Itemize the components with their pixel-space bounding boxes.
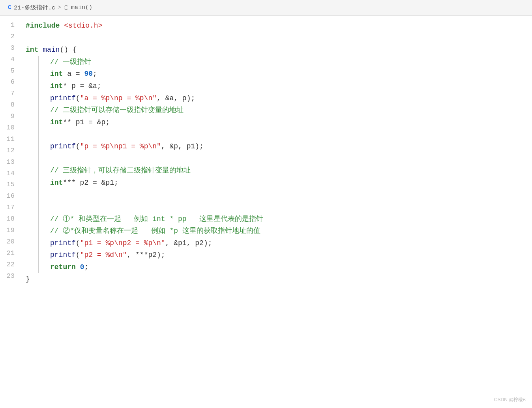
line-number: 21: [4, 248, 18, 259]
code-line: // ①* 和类型在一起 例如 int * pp 这里星代表的是指针: [38, 213, 528, 225]
str-token: "p2 = %d\n": [80, 249, 127, 261]
line-number: 6: [4, 77, 18, 88]
code-line: int** p1 = &p;: [38, 116, 528, 129]
code-line: // ②*仅和变量名称在一起 例如 *p 这里的获取指针地址的值: [38, 225, 528, 237]
line-number: 4: [4, 54, 18, 66]
code-line: printf("p2 = %d\n", ***p2);: [38, 249, 528, 261]
line-number: 20: [4, 236, 18, 248]
cmt-token: // 二级指针可以存储一级指针变量的地址: [50, 104, 184, 116]
plain-token: [38, 44, 43, 56]
code-line: [38, 201, 528, 213]
lang-icon: C: [8, 4, 11, 11]
kw-token: int: [50, 80, 63, 92]
plain-token: *** p2 = &p1;: [63, 177, 118, 189]
breadcrumb: C 21-多级指针.c > ⬡ main(): [0, 0, 532, 16]
code-line: printf("a = %p\np = %p\n", &a, p);: [38, 92, 528, 105]
kw-token: #include: [26, 20, 60, 32]
line-number: 22: [4, 259, 18, 271]
line-number: 9: [4, 111, 18, 122]
line-number: 3: [4, 43, 18, 54]
line-number: 7: [4, 88, 18, 99]
plain-token: (: [76, 92, 80, 105]
code-line: [38, 189, 528, 201]
line-number: 18: [4, 213, 18, 225]
plain-token: ;: [93, 68, 97, 80]
plain-token: }: [26, 273, 30, 285]
plain-token: [76, 261, 80, 273]
code-line: [26, 285, 528, 298]
line-number: 15: [4, 179, 18, 191]
plain-token: a =: [63, 68, 84, 80]
code-line: // 二级指针可以存储一级指针变量的地址: [38, 104, 528, 116]
kw-token: int: [50, 177, 63, 189]
plain-token: (: [76, 249, 80, 261]
plain-token: , &a, p);: [157, 92, 195, 105]
plain-token: ** p1 = &p;: [63, 116, 110, 129]
kw-token: int: [26, 44, 38, 56]
code-line: [26, 32, 528, 44]
code-line: // 一级指针: [38, 56, 528, 68]
str-token: "a = %p\np = %p\n": [80, 92, 157, 105]
line-number: 5: [4, 66, 18, 77]
fn-token: main: [43, 44, 60, 56]
num-token: 90: [84, 68, 93, 80]
line-number: 23: [4, 271, 18, 282]
line-number: 8: [4, 99, 18, 111]
line-number: 19: [4, 225, 18, 236]
code-line: printf("p1 = %p\np2 = %p\n", &p1, p2);: [38, 237, 528, 249]
code-line: [38, 128, 528, 140]
code-content: #include <stdio.h> int main() {// 一级指针in…: [22, 20, 532, 402]
code-container: 1234567891011121314151617181920212223 #i…: [0, 16, 532, 406]
watermark: CSDN @柠檬£: [494, 397, 526, 403]
line-number: 16: [4, 191, 18, 202]
line-number: 10: [4, 122, 18, 134]
code-line: return 0;: [38, 261, 528, 273]
code-line: printf("p = %p\np1 = %p\n", &p, p1);: [38, 140, 528, 153]
code-line: int main() {: [26, 44, 528, 56]
kw-token: int: [50, 116, 63, 129]
cmt-token: // 三级指针，可以存储二级指针变量的地址: [50, 165, 191, 177]
kw-token: int: [50, 68, 63, 80]
breadcrumb-func: main(): [71, 4, 92, 11]
str-token: "p1 = %p\np2 = %p\n": [80, 237, 165, 249]
plain-token: , ***p2);: [127, 249, 165, 261]
str-token: "p = %p\np1 = %p\n": [80, 140, 161, 153]
line-numbers: 1234567891011121314151617181920212223: [0, 20, 22, 402]
line-number: 11: [4, 134, 18, 145]
plain-token: [60, 20, 64, 32]
function-icon: ⬡: [64, 4, 69, 11]
line-number: 17: [4, 202, 18, 213]
cmt-token: // ①* 和类型在一起 例如 int * pp 这里星代表的是指针: [50, 213, 263, 225]
plain-token: (: [76, 140, 80, 153]
plain-token: ;: [84, 261, 88, 273]
kw-token: return: [50, 261, 76, 273]
fn-token: printf: [50, 237, 76, 249]
str-token: <stdio.h>: [64, 20, 102, 32]
plain-token: , &p1, p2);: [165, 237, 212, 249]
fn-token: printf: [50, 249, 76, 261]
code-line: int a = 90;: [38, 68, 528, 80]
line-number: 14: [4, 168, 18, 180]
plain-token: * p = &a;: [63, 80, 101, 92]
code-line: #include <stdio.h>: [26, 20, 528, 32]
breadcrumb-sep1: >: [58, 4, 61, 11]
plain-token: (: [76, 237, 80, 249]
fn-token: printf: [50, 92, 76, 105]
code-line: }: [26, 273, 528, 285]
breadcrumb-filename: 21-多级指针.c: [14, 4, 55, 11]
line-number: 1: [4, 20, 18, 31]
line-number: 13: [4, 157, 18, 168]
cmt-token: // 一级指针: [50, 56, 91, 68]
plain-token: , &p, p1);: [161, 140, 204, 153]
code-line: // 三级指针，可以存储二级指针变量的地址: [38, 165, 528, 177]
code-line: int* p = &a;: [38, 80, 528, 92]
cmt-token: // ②*仅和变量名称在一起 例如 *p 这里的获取指针地址的值: [50, 225, 260, 237]
code-line: int*** p2 = &p1;: [38, 177, 528, 189]
code-line: [38, 153, 528, 165]
num-token: 0: [80, 261, 84, 273]
line-number: 2: [4, 31, 18, 43]
line-number: 12: [4, 145, 18, 157]
plain-token: () {: [60, 44, 77, 56]
fn-token: printf: [50, 140, 76, 153]
